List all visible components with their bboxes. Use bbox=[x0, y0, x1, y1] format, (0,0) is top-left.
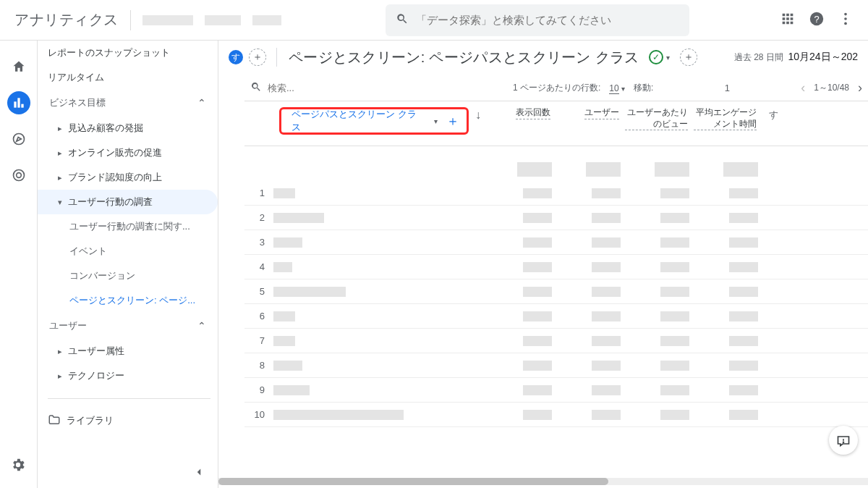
svg-point-6 bbox=[844, 22, 847, 25]
col-header-views-per-user[interactable]: ユーザーあたりのビュー bbox=[625, 107, 694, 130]
date-range-picker[interactable]: 過去 28 日間 10月24日～202 bbox=[734, 51, 858, 64]
table-row[interactable]: 7 bbox=[244, 329, 868, 353]
horizontal-scrollbar[interactable] bbox=[218, 478, 868, 485]
nav-technology[interactable]: ▸テクノロジー bbox=[38, 363, 218, 388]
rail-explore-icon[interactable] bbox=[7, 127, 30, 151]
rail-reports-icon[interactable] bbox=[7, 91, 30, 114]
segment-chip-all-users[interactable]: す bbox=[229, 50, 243, 64]
table-row[interactable]: 6 bbox=[244, 304, 868, 329]
rail-home-icon[interactable] bbox=[7, 55, 30, 78]
global-search[interactable] bbox=[386, 4, 689, 36]
nav-library[interactable]: ライブラリ bbox=[38, 408, 218, 433]
cell-avg-engagement bbox=[695, 336, 764, 346]
cell-views-per-user bbox=[626, 385, 695, 395]
more-vert-icon[interactable] bbox=[838, 11, 854, 29]
nav-section-user[interactable]: ユーザー⌃ bbox=[38, 313, 218, 339]
table-row[interactable]: 8 bbox=[244, 353, 868, 378]
nav-realtime[interactable]: リアルタイム bbox=[38, 65, 218, 90]
primary-dimension-selector[interactable]: ページパスとスクリーン クラス ▾ ＋ bbox=[279, 107, 469, 135]
nav-user-behavior-overview[interactable]: ユーザー行動の調査に関す... bbox=[38, 214, 218, 239]
customize-report-button[interactable]: ＋ bbox=[680, 49, 697, 66]
table-toolbar: 1 ページあたりの行数: 10 ▾ 移動: ‹ 1～10/48 › bbox=[244, 75, 868, 101]
nav-lead-generation[interactable]: ▸見込み顧客の発掘 bbox=[38, 116, 218, 140]
prev-page-button[interactable]: ‹ bbox=[801, 80, 805, 96]
property-selector[interactable] bbox=[142, 7, 359, 33]
table-row[interactable]: 10 bbox=[244, 403, 868, 427]
table-row[interactable]: 4 bbox=[244, 255, 868, 279]
row-index: 5 bbox=[244, 286, 273, 297]
rail-advertising-icon[interactable] bbox=[7, 164, 30, 187]
nav-section-business-goals[interactable]: ビジネス目標⌃ bbox=[38, 90, 218, 116]
table-row[interactable]: 2 bbox=[244, 206, 868, 230]
page-range: 1～10/48 bbox=[814, 82, 849, 94]
svg-text:?: ? bbox=[814, 14, 819, 25]
status-dropdown-caret-icon[interactable]: ▾ bbox=[666, 54, 670, 62]
table-search-input[interactable] bbox=[268, 83, 398, 93]
cell-users bbox=[558, 311, 626, 321]
goto-page-input[interactable] bbox=[662, 83, 792, 93]
cell-views bbox=[489, 188, 558, 198]
svg-point-12 bbox=[16, 173, 21, 178]
table-header-row: ページパスとスクリーン クラス ▾ ＋ ↓ 表示回数 ユーザー ユーザーあたりの… bbox=[244, 101, 868, 146]
help-icon[interactable]: ? bbox=[809, 11, 825, 29]
col-header-avg-engagement[interactable]: 平均エンゲージメント時間 bbox=[694, 107, 762, 130]
nav-conversions[interactable]: コンバージョン bbox=[38, 264, 218, 288]
nav-user-attributes[interactable]: ▸ユーザー属性 bbox=[38, 339, 218, 363]
sort-descending-icon[interactable]: ↓ bbox=[469, 107, 488, 122]
nav-online-sales[interactable]: ▸オンライン販売の促進 bbox=[38, 140, 218, 165]
cell-users bbox=[558, 336, 626, 346]
report-nav-panel: レポートのスナップショット リアルタイム ビジネス目標⌃ ▸見込み顧客の発掘 ▸… bbox=[38, 41, 218, 488]
rows-per-page-label: 1 ページあたりの行数: bbox=[513, 82, 600, 94]
cell-views bbox=[489, 213, 558, 223]
cell-users bbox=[558, 188, 626, 198]
data-table: 1 ページあたりの行数: 10 ▾ 移動: ‹ 1～10/48 › ページパスと… bbox=[244, 75, 868, 427]
caret-right-icon: ▸ bbox=[58, 124, 68, 133]
table-row[interactable]: 5 bbox=[244, 279, 868, 304]
cell-avg-engagement bbox=[695, 287, 764, 297]
table-row[interactable]: 9 bbox=[244, 378, 868, 403]
cell-views bbox=[489, 287, 558, 297]
cell-avg-engagement bbox=[695, 311, 764, 321]
cell-users bbox=[558, 213, 626, 223]
status-ok-icon[interactable]: ✓ bbox=[649, 50, 663, 64]
col-header-views[interactable]: 表示回数 bbox=[488, 107, 556, 119]
search-icon bbox=[250, 81, 262, 95]
row-index: 8 bbox=[244, 360, 273, 371]
rows-per-page-select[interactable]: 10 ▾ bbox=[609, 83, 625, 93]
cell-views-per-user bbox=[626, 361, 695, 371]
global-search-input[interactable] bbox=[416, 14, 679, 26]
add-secondary-dimension-button[interactable]: ＋ bbox=[446, 112, 459, 130]
nav-user-behavior[interactable]: ▾ユーザー行動の調査 bbox=[38, 190, 218, 214]
row-index: 9 bbox=[244, 384, 273, 395]
row-index: 7 bbox=[244, 335, 273, 346]
report-title: ページとスクリーン: ページパスとスクリーン クラス bbox=[289, 48, 639, 67]
nav-brand-awareness[interactable]: ▸ブランド認知度の向上 bbox=[38, 165, 218, 190]
feedback-button[interactable] bbox=[829, 426, 858, 455]
cell-users bbox=[558, 385, 626, 395]
add-comparison-button[interactable]: ＋ bbox=[249, 49, 266, 66]
row-dimension-value bbox=[273, 410, 470, 420]
cell-avg-engagement bbox=[695, 262, 764, 272]
apps-grid-icon[interactable] bbox=[780, 11, 796, 29]
table-row[interactable]: 3 bbox=[244, 230, 868, 255]
table-totals-row bbox=[244, 146, 868, 181]
cell-views-per-user bbox=[626, 311, 695, 321]
cell-users bbox=[558, 361, 626, 371]
cell-views bbox=[489, 237, 558, 248]
row-dimension-value bbox=[273, 361, 470, 371]
brand-name: アナリティクス bbox=[14, 10, 119, 30]
product-logo[interactable]: アナリティクス bbox=[9, 10, 119, 30]
nav-report-snapshot[interactable]: レポートのスナップショット bbox=[38, 41, 218, 65]
next-page-button[interactable]: › bbox=[858, 80, 862, 96]
table-row[interactable]: 1 bbox=[244, 181, 868, 206]
svg-point-14 bbox=[843, 442, 844, 442]
nav-pages-screens[interactable]: ページとスクリーン: ページ... bbox=[38, 288, 218, 313]
row-dimension-value bbox=[273, 213, 470, 223]
rail-admin-icon[interactable] bbox=[10, 457, 26, 475]
svg-rect-9 bbox=[21, 104, 23, 108]
collapse-nav-button[interactable] bbox=[187, 460, 210, 484]
nav-events[interactable]: イベント bbox=[38, 239, 218, 264]
row-index: 6 bbox=[244, 311, 273, 321]
col-header-users[interactable]: ユーザー bbox=[556, 107, 625, 119]
folder-icon bbox=[48, 413, 61, 429]
